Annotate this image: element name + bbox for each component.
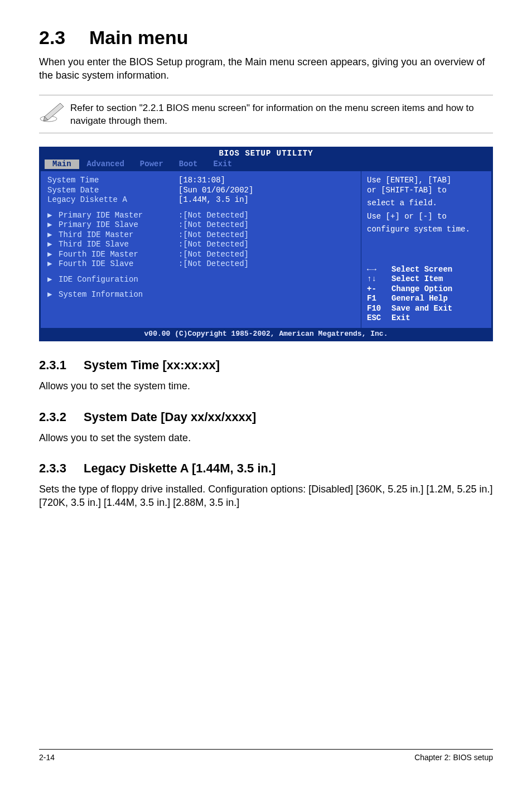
intro-paragraph: When you enter the BIOS Setup program, t… (39, 55, 493, 83)
bios-footer: v00.00 (C)Copyright 1985-2002, American … (40, 328, 492, 340)
triangle-right-icon: ▶ (47, 211, 59, 221)
bios-field-value: :[Not Detected] (178, 250, 249, 260)
bios-field[interactable]: System Time[18:31:08] (47, 176, 355, 186)
bios-tab-power[interactable]: Power (132, 160, 171, 170)
bios-submenu[interactable]: ▶Primary IDE Slave:[Not Detected] (47, 220, 355, 230)
triangle-right-icon: ▶ (47, 275, 59, 285)
triangle-right-icon: ▶ (47, 259, 59, 269)
bios-field-label: System Time (47, 176, 178, 186)
page-heading: 2.3Main menu (39, 27, 493, 49)
bios-submenu[interactable]: ▶Fourth IDE Slave:[Not Detected] (47, 259, 355, 269)
help-line: select a field. (367, 199, 486, 209)
bios-field-label: Fourth IDE Slave (59, 259, 178, 269)
help-line: Use [+] or [-] to (367, 212, 486, 222)
triangle-right-icon: ▶ (47, 220, 59, 230)
help-label: Select Item (391, 274, 443, 284)
bios-field-value: :[Not Detected] (178, 211, 249, 221)
bios-right-pane: Use [ENTER], [TAB] or [SHIFT-TAB] to sel… (361, 171, 492, 328)
bios-menu-bar: Main Advanced Power Boot Exit (40, 159, 492, 171)
bios-field-label: System Date (47, 186, 178, 196)
help-key: F1 (367, 294, 391, 304)
help-label: Select Screen (391, 265, 452, 275)
help-label: Exit (391, 313, 410, 323)
bios-field-value: [Sun 01/06/2002] (178, 186, 253, 196)
bios-title: BIOS SETUP UTILITY (40, 148, 492, 159)
pen-icon (39, 100, 70, 123)
bios-submenu[interactable]: ▶Primary IDE Master:[Not Detected] (47, 211, 355, 221)
help-key: +- (367, 284, 391, 294)
section-232-body: Allows you to set the system date. (39, 431, 493, 445)
bios-field-value: :[Not Detected] (178, 230, 249, 240)
help-key: ESC (367, 313, 391, 323)
help-key: ↑↓ (367, 274, 391, 284)
bios-submenu[interactable]: ▶Fourth IDE Master:[Not Detected] (47, 250, 355, 260)
bios-field-value: [1.44M, 3.5 in] (178, 195, 249, 205)
bios-tab-boot[interactable]: Boot (171, 160, 206, 170)
bios-field-label: Third IDE Slave (59, 240, 178, 250)
heading-title: Main menu (89, 27, 188, 48)
section-number: 2.3.3 (39, 461, 84, 476)
help-label: Change Option (391, 284, 452, 294)
note-divider-top (39, 95, 493, 95)
section-title: System Time [xx:xx:xx] (84, 358, 220, 372)
page-footer: 2-14 Chapter 2: BIOS setup (39, 749, 493, 762)
bios-submenu[interactable]: ▶System Information (47, 290, 355, 300)
bios-field[interactable]: System Date[Sun 01/06/2002] (47, 186, 355, 196)
note-divider-bottom (39, 133, 493, 133)
help-label: General Help (391, 294, 448, 304)
help-key: F10 (367, 304, 391, 314)
section-number: 2.3.1 (39, 358, 84, 373)
section-231-heading: 2.3.1System Time [xx:xx:xx] (39, 358, 493, 373)
help-line: or [SHIFT-TAB] to (367, 186, 486, 196)
bios-field[interactable]: Legacy Diskette A[1.44M, 3.5 in] (47, 195, 355, 205)
triangle-right-icon: ▶ (47, 240, 59, 250)
section-233-heading: 2.3.3Legacy Diskette A [1.44M, 3.5 in.] (39, 461, 493, 476)
section-231-body: Allows you to set the system time. (39, 379, 493, 393)
triangle-right-icon: ▶ (47, 230, 59, 240)
heading-number: 2.3 (39, 27, 89, 49)
bios-tab-exit[interactable]: Exit (205, 160, 240, 170)
help-label: Save and Exit (391, 304, 452, 314)
bios-field-value: :[Not Detected] (178, 259, 249, 269)
bios-submenu[interactable]: ▶IDE Configuration (47, 275, 355, 285)
help-key: ←→ (367, 265, 391, 275)
triangle-right-icon: ▶ (47, 290, 59, 300)
chapter-label: Chapter 2: BIOS setup (414, 753, 493, 762)
bios-box: BIOS SETUP UTILITY Main Advanced Power B… (39, 147, 493, 341)
bios-field-value: [18:31:08] (178, 176, 225, 186)
section-232-heading: 2.3.2System Date [Day xx/xx/xxxx] (39, 410, 493, 424)
bios-left-pane: System Time[18:31:08] System Date[Sun 01… (40, 171, 361, 328)
note-text: Refer to section "2.2.1 BIOS menu screen… (70, 100, 493, 128)
bios-field-label: Legacy Diskette A (47, 195, 178, 205)
help-line: configure system time. (367, 225, 486, 235)
bios-field-label: Primary IDE Master (59, 211, 178, 221)
section-title: Legacy Diskette A [1.44M, 3.5 in.] (84, 461, 275, 475)
bios-submenu[interactable]: ▶Third IDE Slave:[Not Detected] (47, 240, 355, 250)
svg-marker-1 (45, 103, 64, 120)
bios-field-label: Third IDE Master (59, 230, 178, 240)
note-block: Refer to section "2.2.1 BIOS menu screen… (39, 100, 493, 128)
section-number: 2.3.2 (39, 410, 84, 424)
bios-submenu[interactable]: ▶Third IDE Master:[Not Detected] (47, 230, 355, 240)
bios-field-label: Fourth IDE Master (59, 250, 178, 260)
section-title: System Date [Day xx/xx/xxxx] (84, 410, 256, 424)
bios-field-value: :[Not Detected] (178, 240, 249, 250)
bios-tab-main[interactable]: Main (45, 160, 79, 170)
page-number: 2-14 (39, 753, 55, 762)
help-line: Use [ENTER], [TAB] (367, 176, 486, 186)
bios-field-label: Primary IDE Slave (59, 220, 178, 230)
bios-field-value: :[Not Detected] (178, 220, 249, 230)
section-233-body: Sets the type of floppy drive installed.… (39, 482, 493, 510)
bios-tab-advanced[interactable]: Advanced (79, 160, 132, 170)
triangle-right-icon: ▶ (47, 250, 59, 260)
bios-key-help: ←→Select Screen ↑↓Select Item +-Change O… (367, 265, 486, 323)
bios-field-label: IDE Configuration (59, 275, 178, 285)
bios-field-label: System Information (59, 290, 178, 300)
